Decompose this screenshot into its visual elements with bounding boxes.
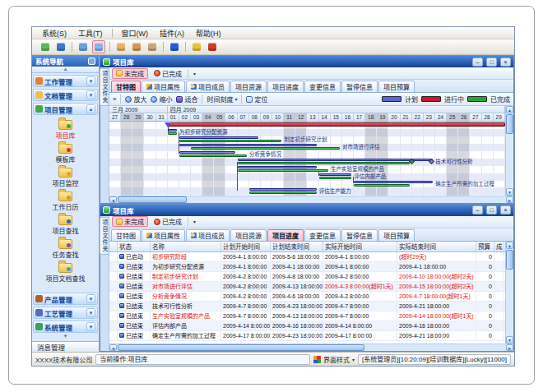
child-title-bar[interactable]: 项目库 – □ × [100,205,513,216]
gantt-tab-0[interactable]: 甘特图 [111,81,141,92]
more-buttons[interactable]: » [113,95,116,103]
table-row[interactable]: 已结束制定初步研究计划2009-4-2 8:00:002009-4-8 18:0… [109,272,505,282]
gantt-bar-plan[interactable] [179,151,235,154]
progress-tab-5[interactable]: 变更信息 [304,229,341,241]
gantt-bar-completed[interactable] [238,162,410,164]
sidebar-overflow-chevron[interactable]: ▼ [33,334,98,341]
chevron-down-icon[interactable]: ▼ [86,76,95,85]
gantt-filter-incomplete[interactable]: 未完成 [112,68,148,79]
gantt-horizontal-scrollbar[interactable]: ◄ ► [109,196,513,203]
column-header-8[interactable]: 成 [494,242,504,251]
gantt-bar-plan[interactable] [249,188,317,191]
gantt-bar-completed[interactable] [179,140,281,142]
sidebar-item-3[interactable]: 工作日历 [53,189,79,211]
column-header-1[interactable]: 状态 [118,242,151,251]
table-row[interactable]: 已结束分析竞争情况2009-4-2 8:00:002009-4-6 18:00:… [109,292,505,302]
gantt-bar-completed[interactable] [191,147,340,150]
stop-button[interactable] [206,40,219,53]
gantt-bar-completed[interactable] [168,132,177,135]
gantt-vertical-scrollbar[interactable]: ▲ ▼ [505,106,513,196]
progress-tab-3[interactable]: 项目资源 [230,229,267,241]
gantt-bar-completed[interactable] [249,191,317,194]
progress-tab-4[interactable]: 项目进度 [267,229,304,241]
menu-item-2[interactable]: 窗口(W) [117,28,154,39]
menu-item-1[interactable]: 工具(T) [73,28,108,39]
progress-filter-completed[interactable]: 已完成 [150,216,186,227]
column-header-4[interactable]: 计划结束时间 [271,242,323,251]
chevron-down-icon[interactable]: ▼ [86,308,95,317]
table-row[interactable]: 已启动初步研究阶段2009-4-1 8:00:002009-5-6 18:00:… [109,252,505,262]
column-header-2[interactable]: 名称 [151,242,221,251]
column-header-0[interactable] [109,242,118,251]
maximize-button[interactable]: □ [486,205,497,214]
gantt-bar-plan[interactable] [319,173,352,176]
child-title-bar[interactable]: 项目库 – □ × [100,56,513,67]
table-row[interactable]: 已结束技术可行性分析2009-4-7 8:00:002009-4-23 18:0… [109,302,505,311]
gantt-filter-dropdown[interactable]: ▾ [190,71,199,76]
gantt-bar-completed[interactable] [319,177,352,179]
gantt-bar-plan[interactable] [179,136,258,139]
gantt-bar-plan[interactable] [238,159,434,161]
gantt-tab-3[interactable]: 项目资源 [230,81,267,92]
progress-tab-7[interactable]: 项目预算 [378,229,415,241]
desktop-button[interactable] [39,40,52,53]
scroll-up-icon[interactable]: ▲ [506,106,513,113]
open-folder-button[interactable] [77,40,90,53]
sidebar-item-1[interactable]: 模板库 [56,141,76,164]
gantt-bar-completed[interactable] [354,184,410,187]
help-button[interactable] [168,40,181,53]
sidebar-item-2[interactable]: 项目监控 [53,165,79,187]
interface-style-button[interactable]: 界面样式 ▾ [313,355,355,364]
scroll-right-icon[interactable]: ► [506,196,513,203]
chevron-up-icon[interactable]: ▲ [86,104,95,113]
gantt-bar-plan[interactable] [354,181,433,183]
scrollbar-thumb[interactable] [118,344,364,351]
maximize-button[interactable]: □ [486,58,497,67]
progress-tab-1[interactable]: 项目属性 [142,229,185,241]
progress-filter-incomplete[interactable]: 未完成 [112,216,148,227]
menu-item-3[interactable]: 插件(A) [155,28,189,39]
table-row[interactable]: 已结束对市场进行评估2009-4-2 8:00:002009-4-13 18:0… [109,282,505,292]
gantt-tab-7[interactable]: 项目预算 [378,81,415,92]
progress-tab-6[interactable]: 暂停信息 [341,229,378,241]
scroll-left-icon[interactable]: ◄ [109,196,117,203]
gantt-filter-completed[interactable]: 已完成 [150,68,186,79]
scrollbar-thumb[interactable] [506,114,513,134]
column-header-5[interactable]: 实际开始时间 [323,242,397,251]
zoom-out-button[interactable]: 缩小 [151,95,172,104]
sidebar-item-4[interactable]: 项目查找 [53,213,79,235]
mail-report-button[interactable] [130,40,143,53]
scroll-down-icon[interactable]: ▼ [506,336,513,344]
scrollbar-thumb[interactable] [506,250,513,270]
minimize-button[interactable]: – [472,205,483,214]
mail-send-button[interactable] [146,40,159,53]
sidebar-group-3[interactable]: 产品管理▼ [33,293,98,305]
sidebar-group-4[interactable]: 工艺管理▼ [33,307,98,319]
sidebar-item-6[interactable]: 项目文档查找 [46,261,86,283]
gantt-bar-plan[interactable] [168,129,177,131]
menu-item-0[interactable]: 系统(S) [37,28,72,39]
gantt-bar-in-progress[interactable] [168,122,505,127]
sidebar-tab-message-management[interactable]: 消息管理 [32,341,99,352]
sidebar-group-5[interactable]: 系统管理▼ [33,321,98,333]
scroll-right-icon[interactable]: ► [506,344,513,351]
close-button[interactable]: × [500,58,511,67]
zoom-in-button[interactable]: 放大 [125,95,146,104]
lock-button[interactable] [190,40,203,53]
sidebar-item-0[interactable]: 项目库 [56,118,76,140]
table-horizontal-scrollbar[interactable]: ◄ ► [109,344,513,351]
table-row[interactable]: 已结束评估内部产品2009-4-14 8:00:002009-4-16 18:0… [109,321,505,331]
chevron-down-icon[interactable]: ▼ [86,322,95,331]
gantt-tab-1[interactable]: 项目属性 [142,81,185,92]
project-folder-tab[interactable]: 项目文件夹 [100,68,109,106]
sidebar-group-1[interactable]: 文档管理▼ [33,89,98,101]
scrollbar-thumb[interactable] [118,196,187,203]
column-header-6[interactable]: 实际结束时间 [397,242,476,251]
gantt-bar-completed[interactable] [179,154,247,157]
minimize-button[interactable]: – [472,58,483,67]
project-folder-tab[interactable]: 项目文件夹 [100,217,109,255]
progress-filter-dropdown[interactable]: ▾ [190,219,199,224]
table-row[interactable]: 已结束生产实验室规模的产品2009-4-7 8:00:002009-4-13 1… [109,311,505,321]
gantt-tab-5[interactable]: 变更信息 [304,81,341,92]
timescale-button[interactable]: 时间刻度▾ [207,95,237,104]
